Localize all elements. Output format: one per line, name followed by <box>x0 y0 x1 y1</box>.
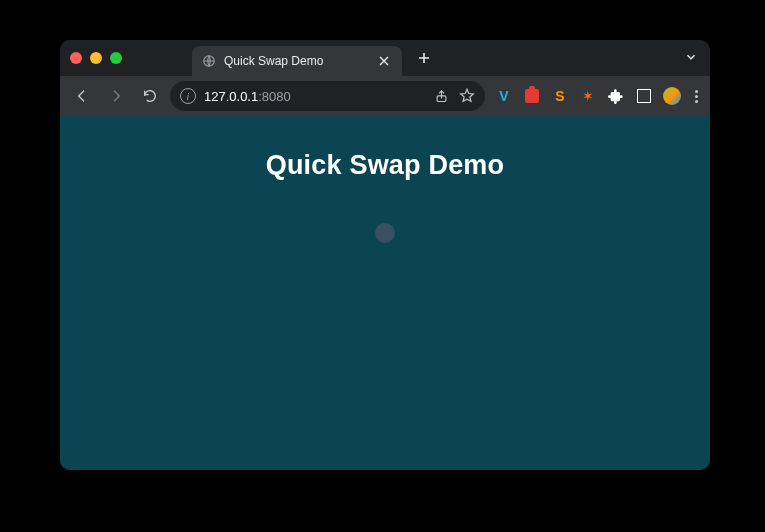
back-button[interactable] <box>68 82 96 110</box>
new-tab-button[interactable] <box>412 46 436 70</box>
address-bar[interactable]: i 127.0.0.1:8080 <box>170 81 485 111</box>
extensions-puzzle-icon[interactable] <box>607 87 625 105</box>
tab-title: Quick Swap Demo <box>224 54 368 68</box>
url-port: :8080 <box>258 89 291 104</box>
browser-window: Quick Swap Demo i 127.0.0.1:8080 <box>60 40 710 470</box>
site-info-icon[interactable]: i <box>180 88 196 104</box>
vimeo-extension-icon[interactable]: V <box>495 87 513 105</box>
tab-close-button[interactable] <box>376 53 392 69</box>
url-host: 127.0.0.1 <box>204 89 258 104</box>
extension-icons: V S ✶ <box>495 87 702 105</box>
tab-overflow <box>684 40 698 76</box>
share-icon[interactable] <box>433 88 449 104</box>
url-text: 127.0.0.1:8080 <box>204 89 291 104</box>
reload-button[interactable] <box>136 82 164 110</box>
window-controls <box>70 52 122 64</box>
globe-icon <box>202 54 216 68</box>
window-maximize-button[interactable] <box>110 52 122 64</box>
page-content: Quick Swap Demo <box>60 116 710 470</box>
profile-avatar[interactable] <box>663 87 681 105</box>
browser-tab[interactable]: Quick Swap Demo <box>192 46 402 76</box>
swap-dot <box>375 223 395 243</box>
bookmark-star-icon[interactable] <box>459 88 475 104</box>
titlebar: Quick Swap Demo <box>60 40 710 76</box>
browser-menu-button[interactable] <box>691 90 702 103</box>
page-title: Quick Swap Demo <box>266 150 505 181</box>
forward-button[interactable] <box>102 82 130 110</box>
toolbar: i 127.0.0.1:8080 V S ✶ <box>60 76 710 116</box>
panel-extension-icon[interactable] <box>635 87 653 105</box>
chevron-down-icon[interactable] <box>684 50 698 67</box>
s-extension-icon[interactable]: S <box>551 87 569 105</box>
lock-extension-icon[interactable] <box>523 87 541 105</box>
window-close-button[interactable] <box>70 52 82 64</box>
window-minimize-button[interactable] <box>90 52 102 64</box>
address-actions <box>433 88 475 104</box>
spark-extension-icon[interactable]: ✶ <box>579 87 597 105</box>
